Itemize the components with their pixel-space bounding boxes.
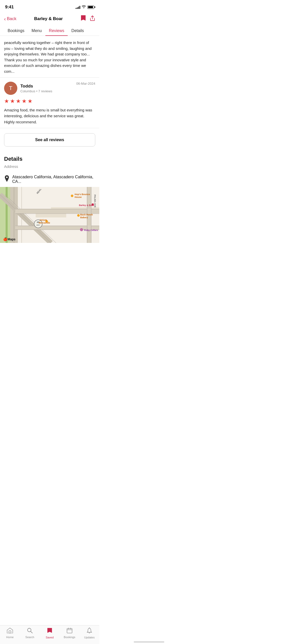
signal-icon <box>76 5 80 9</box>
review-card: T Todds Columbus • 7 reviews 06-Mar-2024… <box>0 78 99 128</box>
reviewer-meta: Columbus • 7 reviews <box>20 89 52 93</box>
reviewer-row: T Todds Columbus • 7 reviews 06-Mar-2024 <box>4 82 95 95</box>
svg-text:House: House <box>75 196 82 198</box>
avatar: T <box>4 82 17 95</box>
tab-details[interactable]: Details <box>68 26 87 36</box>
address-label: Address <box>4 164 95 169</box>
details-title: Details <box>4 156 95 162</box>
address-text: Atascadero California, Atascadero Califo… <box>12 175 95 184</box>
status-icons <box>76 5 94 9</box>
svg-point-37 <box>77 214 80 217</box>
map-view[interactable]: REAL PALMA AVE 101 HWY Hop's Bounce Hous… <box>0 187 99 243</box>
svg-point-40 <box>80 228 83 231</box>
star-5: ★ <box>28 98 33 105</box>
reviewer-left: T Todds Columbus • 7 reviews <box>4 82 52 95</box>
star-3: ★ <box>16 98 21 105</box>
star-rating: ★ ★ ★ ★ ★ <box>4 98 95 105</box>
back-button[interactable]: ‹ Back <box>4 16 16 21</box>
bookmark-button[interactable] <box>80 15 86 23</box>
review-text: Amazing food, the menu is small but ever… <box>4 107 95 125</box>
svg-point-29 <box>71 195 73 197</box>
header-actions <box>80 15 95 23</box>
svg-text:🍎: 🍎 <box>3 237 8 241</box>
share-button[interactable] <box>90 15 95 23</box>
review-continuation: peacefully working together – right ther… <box>0 36 99 78</box>
svg-rect-2 <box>15 187 51 212</box>
review-continuation-text: peacefully working together – right ther… <box>4 40 95 74</box>
details-section: Details Address Atascadero California, A… <box>0 152 99 187</box>
tab-menu[interactable]: Menu <box>28 26 45 36</box>
svg-text:Ruby Cellars: Ruby Cellars <box>84 229 98 231</box>
status-time: 9:41 <box>5 5 14 10</box>
map-svg: REAL PALMA AVE 101 HWY Hop's Bounce Hous… <box>0 187 99 243</box>
svg-text:Hop's Bounce: Hop's Bounce <box>75 193 90 196</box>
star-4: ★ <box>22 98 27 105</box>
wifi-icon <box>82 5 86 9</box>
tab-bar-navigation: Bookings Menu Reviews Details <box>0 26 99 36</box>
address-row: Atascadero California, Atascadero Califo… <box>4 172 95 187</box>
content-area: peacefully working together – right ther… <box>0 36 99 268</box>
svg-point-0 <box>6 177 8 178</box>
star-1: ★ <box>4 98 9 105</box>
svg-text:Bakery: Bakery <box>80 216 88 219</box>
svg-text:HWY: HWY <box>36 224 40 226</box>
svg-text:Maps: Maps <box>8 238 16 241</box>
reviewer-name: Todds <box>20 84 52 89</box>
tab-bookings[interactable]: Bookings <box>4 26 28 36</box>
battery-icon <box>87 6 94 9</box>
svg-text:Back Porch: Back Porch <box>80 213 93 216</box>
header: ‹ Back Barley & Boar <box>0 13 99 26</box>
back-label: Back <box>7 16 17 21</box>
chevron-left-icon: ‹ <box>4 16 6 21</box>
svg-text:Barley & Boar: Barley & Boar <box>79 204 94 207</box>
reviewer-info: Todds Columbus • 7 reviews <box>20 84 52 93</box>
svg-text:Atrium: Atrium <box>39 219 47 221</box>
status-bar: 9:41 <box>0 0 99 13</box>
star-2: ★ <box>10 98 15 105</box>
tab-reviews[interactable]: Reviews <box>45 26 68 36</box>
see-all-reviews-button[interactable]: See all reviews <box>4 133 95 147</box>
review-date: 06-Mar-2024 <box>76 82 95 85</box>
svg-text:Mercantile: Mercantile <box>39 222 50 224</box>
location-pin-icon <box>4 175 10 183</box>
page-title: Barley & Boar <box>34 16 63 21</box>
